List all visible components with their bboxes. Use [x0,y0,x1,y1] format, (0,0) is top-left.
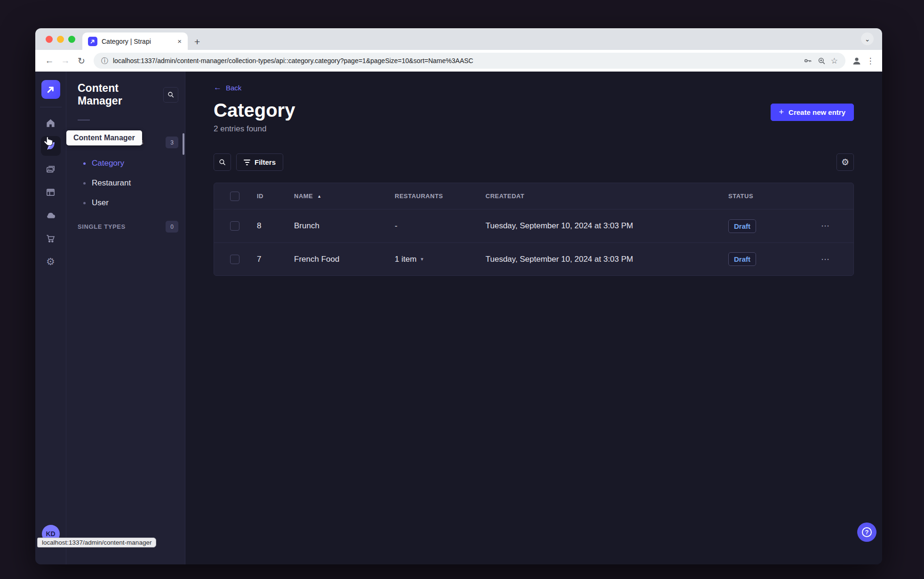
strapi-logo[interactable] [41,80,60,99]
chevron-down-icon: ▾ [421,256,423,262]
settings-gear-icon[interactable]: ⚙ [41,251,61,271]
main-content: ← Back Category 2 entries found + Create… [185,72,882,564]
status-badge: Draft [728,252,756,266]
status-badge: Draft [728,219,756,233]
create-new-entry-label: Create new entry [789,108,845,116]
minimize-window-button[interactable] [57,36,64,43]
sidebar-item-restaurant[interactable]: Restaurant [83,178,178,188]
content-manager-tooltip: Content Manager [66,130,142,145]
row-actions-button[interactable]: ⋯ [821,254,830,265]
browser-window: Category | Strapi × + ⌄ ← → ↻ ⓘ localhos… [35,28,882,564]
tab-close-button[interactable]: × [176,37,183,45]
sidebar-title: Content Manager [78,82,163,107]
back-arrow-icon: ← [214,83,222,92]
cell-restaurants: - [395,221,486,231]
bookmark-star-icon[interactable]: ☆ [831,56,838,66]
cell-restaurants[interactable]: 1 item ▾ [395,255,486,264]
create-new-entry-button[interactable]: + Create new entry [771,104,854,121]
sort-asc-icon: ▲ [317,194,321,199]
hand-cursor [42,136,55,148]
sidebar-search-button[interactable] [163,87,178,103]
content-manager-sidebar: Content Manager COLLECTION TYPES 3 Categ… [66,72,185,564]
row-checkbox[interactable] [230,255,239,264]
view-settings-button[interactable]: ⚙ [836,153,854,171]
cell-id: 8 [257,221,294,231]
cell-name: Brunch [294,221,395,231]
cell-createdat: Tuesday, September 10, 2024 at 3:03 PM [486,255,728,264]
filters-label: Filters [255,158,276,166]
zoom-page-icon[interactable] [817,56,826,65]
cell-createdat: Tuesday, September 10, 2024 at 3:03 PM [486,221,728,231]
bullet-icon [83,202,86,204]
sidebar-item-label: Category [92,159,124,168]
close-window-button[interactable] [46,36,53,43]
table-header-row: ID NAME ▲ RESTAURANTS CREATEDAT STATUS [214,183,853,209]
sidebar-scrollbar[interactable] [183,133,184,155]
column-header-createdat[interactable]: CREATEDAT [486,193,728,200]
marketplace-cart-icon[interactable] [41,228,61,248]
row-checkbox[interactable] [230,221,239,231]
home-icon[interactable] [41,113,61,133]
strapi-favicon-icon [88,37,97,46]
gear-icon: ⚙ [841,158,849,167]
column-header-name[interactable]: NAME ▲ [294,193,395,200]
zoom-window-button[interactable] [68,36,75,43]
filters-button[interactable]: Filters [236,153,283,171]
sidebar-item-category[interactable]: Category [83,159,178,168]
strapi-app: ⚙ KD Content Manager COLLECTION TYPES 3 … [35,72,882,564]
site-info-icon[interactable]: ⓘ [101,56,108,65]
password-key-icon[interactable] [803,56,812,65]
browser-menu-icon[interactable]: ⋮ [865,56,876,66]
sidebar-item-label: User [92,198,109,208]
help-button[interactable]: ? [857,523,876,542]
browser-tab-strip: Category | Strapi × + ⌄ [35,28,882,50]
window-controls [46,36,75,43]
cell-name: French Food [294,255,395,264]
entries-count: 2 entries found [214,124,295,134]
rail-divider [40,107,62,107]
url-bar[interactable]: ⓘ localhost:1337/admin/content-manager/c… [94,53,845,69]
filter-icon [244,160,250,165]
browser-profile-icon[interactable] [851,55,862,66]
content-type-builder-icon[interactable] [41,182,61,202]
new-tab-button[interactable]: + [194,37,200,47]
table-row[interactable]: 7 French Food 1 item ▾ Tuesday, Septembe… [214,242,853,275]
back-link[interactable]: ← Back [214,83,241,92]
sidebar-item-user[interactable]: User [83,198,178,208]
url-text[interactable]: localhost:1337/admin/content-manager/col… [113,57,798,64]
browser-reload-button[interactable]: ↻ [75,56,88,66]
single-types-count-badge: 0 [166,221,178,233]
cloud-icon[interactable] [41,205,61,225]
table-row[interactable]: 8 Brunch - Tuesday, September 10, 2024 a… [214,209,853,242]
sidebar-divider [78,120,90,121]
single-types-label: SINGLE TYPES [78,223,126,230]
search-button[interactable] [214,153,231,171]
question-mark-icon: ? [862,527,872,537]
bullet-icon [83,182,86,185]
collection-types-count-badge: 3 [166,137,178,148]
browser-back-button[interactable]: ← [43,56,56,66]
browser-forward-button[interactable]: → [59,56,72,66]
row-actions-button[interactable]: ⋯ [821,221,830,231]
column-header-id[interactable]: ID [257,193,294,200]
column-header-status[interactable]: STATUS [728,193,804,200]
back-label: Back [226,84,241,92]
sidebar-item-label: Restaurant [92,178,131,188]
page-title: Category [214,100,295,121]
column-header-restaurants[interactable]: RESTAURANTS [395,193,486,200]
select-all-checkbox[interactable] [230,192,239,201]
entries-table: ID NAME ▲ RESTAURANTS CREATEDAT STATUS 8… [214,183,854,276]
tab-title: Category | Strapi [102,38,172,45]
tab-overview-button[interactable]: ⌄ [861,32,874,45]
cell-id: 7 [257,255,294,264]
browser-status-bubble: localhost:1337/admin/content-manager [37,538,156,547]
bullet-icon [83,162,86,165]
media-library-icon[interactable] [41,159,61,179]
browser-tab[interactable]: Category | Strapi × [82,32,188,50]
browser-toolbar: ← → ↻ ⓘ localhost:1337/admin/content-man… [35,50,882,72]
plus-icon: + [779,107,784,117]
